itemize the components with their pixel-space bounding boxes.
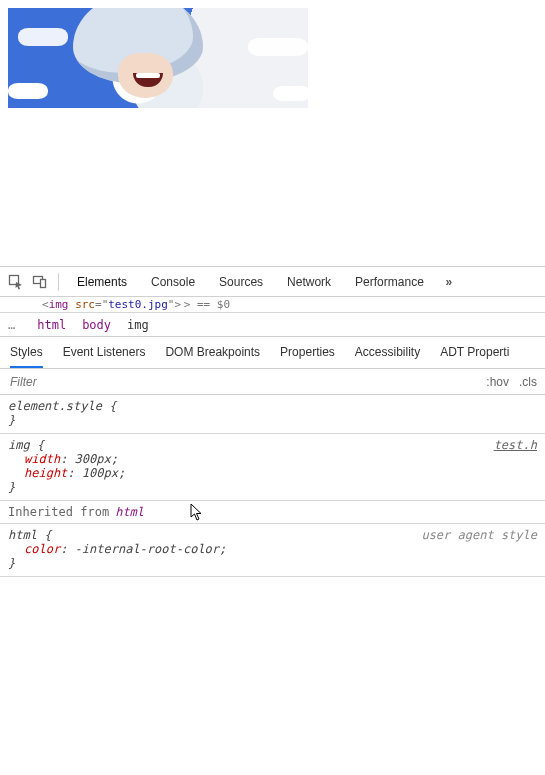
styles-subtabs: Styles Event Listeners DOM Breakpoints P… bbox=[0, 337, 545, 369]
breadcrumb-body[interactable]: body bbox=[82, 318, 111, 332]
breadcrumb-img[interactable]: img bbox=[127, 318, 149, 332]
tab-elements[interactable]: Elements bbox=[67, 267, 137, 297]
subtab-styles[interactable]: Styles bbox=[10, 337, 43, 368]
svg-rect-2 bbox=[41, 279, 46, 287]
inspect-icon[interactable] bbox=[6, 272, 26, 292]
page-image[interactable] bbox=[8, 8, 308, 108]
page-preview-pane bbox=[0, 0, 545, 266]
tab-console[interactable]: Console bbox=[141, 267, 205, 297]
rule-img[interactable]: test.h img { width: 300px; height: 100px… bbox=[0, 434, 545, 501]
subtab-adt-properties[interactable]: ADT Properti bbox=[440, 337, 509, 368]
dom-selected-line[interactable]: <img src="test0.jpg"> > == $0 bbox=[0, 297, 545, 313]
tab-network[interactable]: Network bbox=[277, 267, 341, 297]
inherited-from-tag[interactable]: html bbox=[115, 505, 144, 519]
hov-toggle[interactable]: :hov bbox=[476, 375, 509, 389]
subtab-properties[interactable]: Properties bbox=[280, 337, 335, 368]
subtab-accessibility[interactable]: Accessibility bbox=[355, 337, 420, 368]
mouse-cursor-icon bbox=[190, 503, 204, 524]
breadcrumb-overflow-icon[interactable]: … bbox=[8, 318, 15, 332]
subtab-dom-breakpoints[interactable]: DOM Breakpoints bbox=[165, 337, 260, 368]
subtab-event-listeners[interactable]: Event Listeners bbox=[63, 337, 146, 368]
cls-toggle[interactable]: .cls bbox=[509, 375, 537, 389]
tab-sources[interactable]: Sources bbox=[209, 267, 273, 297]
inherited-label: Inherited from bbox=[8, 505, 109, 519]
devtools-panel: Elements Console Sources Network Perform… bbox=[0, 266, 545, 775]
breadcrumb-html[interactable]: html bbox=[37, 318, 66, 332]
toolbar-divider bbox=[58, 273, 59, 291]
devtools-toolbar: Elements Console Sources Network Perform… bbox=[0, 267, 545, 297]
rule-element-style[interactable]: element.style { } bbox=[0, 395, 545, 434]
dom-breadcrumb: … html body img bbox=[0, 313, 545, 337]
inherited-from-bar: Inherited from html bbox=[0, 501, 545, 524]
styles-filter-row: :hov .cls bbox=[0, 369, 545, 395]
styles-filter-input[interactable] bbox=[8, 374, 208, 390]
ua-stylesheet-label: user agent style bbox=[421, 528, 537, 542]
device-toggle-icon[interactable] bbox=[30, 272, 50, 292]
tab-performance[interactable]: Performance bbox=[345, 267, 434, 297]
styles-pane: element.style { } test.h img { width: 30… bbox=[0, 395, 545, 775]
rule-html-ua[interactable]: user agent style html { color: -internal… bbox=[0, 524, 545, 577]
tabs-overflow-icon[interactable]: » bbox=[438, 275, 460, 289]
rule-source-link[interactable]: test.h bbox=[494, 438, 537, 452]
